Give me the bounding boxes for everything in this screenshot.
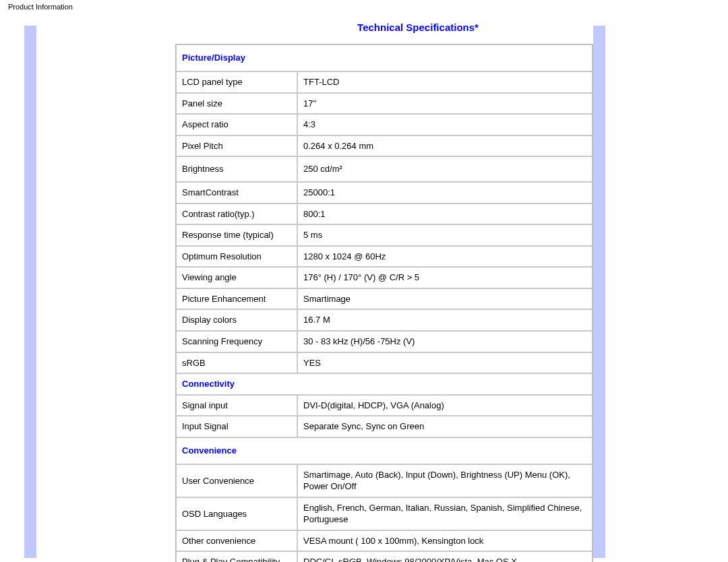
section-convenience: Convenience [176,437,593,464]
spec-value: 17" [297,93,593,115]
page-body: Technical Specifications* Picture/Displa… [0,13,728,562]
spec-key: Scanning Frequency [176,331,297,352]
spec-key: Other convenience [176,530,297,552]
section-picture-display: Picture/Display [176,44,593,71]
section-connectivity: Connectivity [176,373,593,395]
table-row: Input SignalSeparate Sync, Sync on Green [176,416,593,437]
spec-value: 30 - 83 kHz (H)/56 -75Hz (V) [297,331,593,352]
table-row: Display colors16.7 M [176,309,593,331]
spec-key: Response time (typical) [176,224,297,246]
spec-key: Panel size [176,93,297,115]
spec-key: Viewing angle [176,267,297,288]
table-row: OSD LanguagesEnglish, French, German, It… [176,497,593,530]
spec-key: User Convenience [176,464,297,497]
table-row: Scanning Frequency30 - 83 kHz (H)/56 -75… [176,331,593,352]
spec-value: 25000:1 [297,182,593,204]
spec-value: 176° (H) / 170° (V) @ C/R > 5 [297,267,593,288]
table-row: Optimum Resolution1280 x 1024 @ 60Hz [176,246,593,268]
table-row: sRGBYES [176,352,593,374]
spec-key: Picture Enhancement [176,288,297,310]
spec-key: Optimum Resolution [176,246,297,268]
table-row: SmartContrast25000:1 [176,182,593,204]
spec-value: 5 ms [297,224,593,246]
spec-key: LCD panel type [176,71,297,93]
spec-value: 250 cd/m² [297,156,593,182]
spec-key: SmartContrast [176,182,297,204]
side-bar-right [593,26,605,558]
spec-key: Aspect ratio [176,114,297,135]
spec-key: Brightness [176,156,297,182]
spec-value: English, French, German, Italian, Russia… [297,497,593,530]
spec-key: Signal input [176,395,297,416]
spec-key: Contrast ratio(typ.) [176,204,297,225]
table-row: Pixel Pitch0.264 x 0.264 mm [176,135,593,157]
spec-value: YES [297,352,593,374]
spec-value: DDC/CI, sRGB, Windows 98/2000/XP/Vista, … [297,551,593,562]
table-row: User ConvenienceSmartimage, Auto (Back),… [176,464,593,497]
table-row: Plug & Play CompatibilityDDC/CI, sRGB, W… [176,551,593,562]
table-row: Panel size17" [176,93,593,115]
content: Technical Specifications* Picture/Displa… [175,13,593,562]
spec-key: Plug & Play Compatibility [176,551,297,562]
spec-value: 800:1 [297,204,593,225]
main-title: Technical Specifications* [175,18,593,44]
spec-value: VESA mount ( 100 x 100mm), Kensington lo… [297,530,593,552]
spec-table: Picture/Display LCD panel typeTFT-LCD Pa… [175,44,593,562]
spec-key: OSD Languages [176,497,297,530]
spec-value: 16.7 M [297,309,593,331]
table-row: Response time (typical)5 ms [176,224,593,246]
page-header: Product Information [0,0,728,13]
spec-value: Separate Sync, Sync on Green [297,416,593,437]
table-row: Picture EnhancementSmartimage [176,288,593,310]
spec-value: TFT-LCD [297,71,593,93]
table-row: Viewing angle176° (H) / 170° (V) @ C/R >… [176,267,593,288]
table-row: LCD panel typeTFT-LCD [176,71,593,93]
spec-key: Input Signal [176,416,297,437]
spec-value: Smartimage, Auto (Back), Input (Down), B… [297,464,593,497]
table-row: Brightness250 cd/m² [176,156,593,182]
table-row: Contrast ratio(typ.)800:1 [176,204,593,225]
spec-value: Smartimage [297,288,593,310]
table-row: Signal inputDVI-D(digital, HDCP), VGA (A… [176,395,593,416]
spec-value: 0.264 x 0.264 mm [297,135,593,157]
spec-value: 4:3 [297,114,593,135]
spec-value: DVI-D(digital, HDCP), VGA (Analog) [297,395,593,416]
table-row: Other convenienceVESA mount ( 100 x 100m… [176,530,593,552]
spec-key: Display colors [176,309,297,331]
table-row: Aspect ratio4:3 [176,114,593,135]
spec-key: sRGB [176,352,297,374]
side-bar-left [24,26,36,558]
spec-key: Pixel Pitch [176,135,297,157]
spec-value: 1280 x 1024 @ 60Hz [297,246,593,268]
